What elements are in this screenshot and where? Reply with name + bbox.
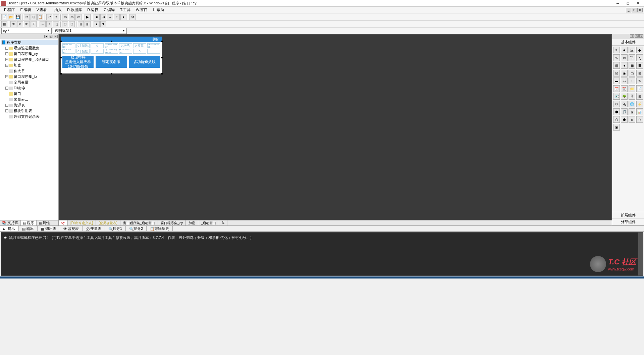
date-icon[interactable]: 📆 (621, 85, 628, 92)
menu-view[interactable]: V.查看 (34, 7, 50, 13)
tree-item[interactable]: +窗口程序集_cy (1, 51, 58, 57)
tab-icon[interactable]: ⊞ (636, 70, 643, 77)
panel-pin-icon[interactable]: ◂ (630, 34, 634, 38)
copy-icon[interactable]: ⎘ (31, 14, 37, 20)
spin-icon[interactable]: ⇅ (636, 78, 643, 84)
combo-icon[interactable]: ▾ (621, 62, 628, 69)
form-label[interactable]: 0 | 帧数: (76, 49, 90, 54)
redo-icon[interactable]: ↷ (53, 14, 59, 20)
tree-item[interactable]: 常量表... (1, 97, 58, 102)
misc4-icon[interactable]: ◇ (636, 116, 643, 123)
output-console[interactable]: ★ 黑月重编译程序已开启！（可以在菜单中选择＂工具->黑月工具＂修改设置。黑月版… (1, 232, 643, 276)
selection-handle[interactable] (111, 73, 112, 74)
mdi-restore[interactable]: □ (632, 8, 637, 12)
menu-run[interactable]: R.运行 (85, 7, 101, 13)
calendar-icon[interactable]: 📅 (613, 85, 620, 92)
shape-icon[interactable]: ◆ (636, 47, 643, 53)
new-icon[interactable]: 📄 (1, 14, 7, 20)
editor-tab-fz[interactable]: fz (219, 220, 227, 225)
panel-close-icon[interactable]: × (54, 35, 58, 38)
menu-database[interactable]: R.数据库 (64, 7, 85, 13)
tab-search2[interactable]: 🔍搜寻2 (126, 226, 147, 231)
project-tree[interactable]: 📘 程序数据 +易游验证函数集+窗口程序集_cy+窗口程序集_启动窗口+加密你大… (0, 39, 58, 220)
front-icon[interactable]: ▲ (94, 21, 100, 27)
tree-item[interactable]: +窗口程序集_启动窗口 (1, 57, 58, 62)
form-label[interactable]: 适应选择器 (147, 43, 160, 48)
mdi-close[interactable]: × (637, 8, 643, 12)
form-label[interactable]: 怎么说起来吧 (105, 49, 118, 54)
editor-tab-wincy[interactable]: 窗口程序集_cy (158, 220, 186, 225)
tab-support-lib[interactable]: 📚支持库 (0, 220, 21, 225)
grid-icon[interactable]: ▦ (1, 21, 7, 27)
misc1-icon[interactable]: ⬡ (613, 116, 620, 123)
editor-tab-dll[interactable]: [Dll命令定义表] (68, 220, 96, 225)
menu-tools[interactable]: T.工具 (117, 7, 133, 13)
tree-toggle-icon[interactable]: + (5, 104, 8, 107)
form-button-2[interactable]: 绑定实名版 (96, 56, 127, 68)
menu-window[interactable]: W.窗口 (133, 7, 150, 13)
tab-callstack[interactable]: ▦调用表 (38, 226, 60, 231)
run-icon[interactable]: ▶ (85, 14, 91, 20)
menu-edit[interactable]: E.编辑 (17, 7, 34, 13)
same-height-icon[interactable]: ↕ (46, 21, 52, 27)
button-icon[interactable]: ▭ (621, 54, 628, 61)
chart-icon[interactable]: 📊 (636, 108, 643, 115)
tree-icon[interactable]: 🌳 (621, 93, 628, 100)
same-size-icon[interactable]: ⬚ (53, 21, 59, 27)
tree-item[interactable]: 窗口 (1, 91, 58, 97)
drive-icon[interactable]: 💽 (613, 93, 620, 100)
net-icon[interactable]: 🌐 (629, 101, 635, 107)
line-icon[interactable]: ╲ (636, 54, 643, 61)
tree-toggle-icon[interactable]: + (5, 47, 8, 50)
form-button-1[interactable]: 处理特料 点击进入群天群 1047854945 (62, 56, 94, 68)
center-v-icon[interactable]: ⊡ (69, 21, 75, 27)
tab-vars[interactable]: ⓥ变量表 (83, 226, 105, 231)
stepin-icon[interactable]: ⇣ (107, 14, 113, 20)
menu-help[interactable]: H.帮助 (150, 7, 167, 13)
space-v-icon[interactable]: ⫼ (85, 21, 91, 27)
tab-extended[interactable]: 扩展组件 (612, 212, 644, 219)
form-label[interactable]: 0 放某: (133, 43, 146, 48)
form-button-3[interactable]: 多功能奇效版 (129, 56, 160, 68)
form-label[interactable]: 0 红达入洞 (119, 49, 132, 54)
tree-item[interactable]: 你大爷 (1, 68, 58, 74)
tree-toggle-icon[interactable]: + (5, 109, 8, 112)
tree-item[interactable]: 全局变量 (1, 80, 58, 85)
editor-tab-encrypt[interactable]: 加密 (186, 220, 198, 225)
form-label[interactable]: 0 | 帧数: (76, 43, 90, 48)
stepout-icon[interactable]: ⇡ (114, 14, 120, 20)
build-icon[interactable]: ⚙ (129, 14, 136, 20)
label-icon[interactable]: A (621, 47, 628, 53)
form-body[interactable]: 显影区权: 0 | 帧数: 0 渲染河南韩 0 格子: 0 放某: 适应选择器 … (61, 42, 162, 73)
timer-icon[interactable]: ⏱ (613, 101, 620, 107)
tab-external[interactable]: 外部组件 (612, 219, 644, 225)
space-h-icon[interactable]: ⫼ (78, 21, 84, 27)
scroll-icon[interactable]: ↕ (629, 78, 635, 84)
list-icon[interactable]: ▤ (613, 62, 620, 69)
panel-max-icon[interactable]: □ (635, 34, 639, 38)
table-icon[interactable]: ⊞ (636, 93, 643, 100)
form-label[interactable]: 0 (91, 43, 104, 48)
selection-handle[interactable] (60, 73, 62, 74)
print-icon[interactable]: 🖨 (629, 108, 635, 115)
designed-form[interactable]: 关闭 显影区权: 0 | 帧数: 0 渲染河南韩 0 格子: 0 放某: 适应选… (61, 37, 162, 73)
tab-output[interactable]: ▤输出 (19, 226, 38, 231)
scrollbar[interactable] (638, 233, 643, 275)
tree-toggle-icon[interactable]: + (5, 64, 8, 67)
panel-pin-icon[interactable]: ◂ (44, 35, 48, 38)
back-icon[interactable]: ▼ (100, 21, 106, 27)
menu-program[interactable]: E.程序 (1, 7, 17, 13)
edit-icon[interactable]: ✎ (613, 54, 620, 61)
mdi-minimize[interactable]: _ (626, 8, 631, 12)
panel-max-icon[interactable]: □ (49, 35, 53, 38)
maximize-button[interactable]: □ (623, 0, 633, 6)
tab-clipboard[interactable]: 📋剪辑历史 (147, 226, 173, 231)
frame-icon[interactable]: ▢ (629, 70, 635, 77)
radio-icon[interactable]: ◉ (621, 70, 628, 77)
window-selector[interactable]: cy * ▼ (1, 28, 52, 34)
tree-root[interactable]: 📘 程序数据 (1, 40, 58, 45)
tree-item[interactable]: +窗口程序集_fz (1, 74, 58, 80)
form-label[interactable]: 0 (91, 49, 104, 54)
selection-handle[interactable] (161, 57, 163, 58)
breakpoint-icon[interactable]: ● (120, 14, 126, 20)
